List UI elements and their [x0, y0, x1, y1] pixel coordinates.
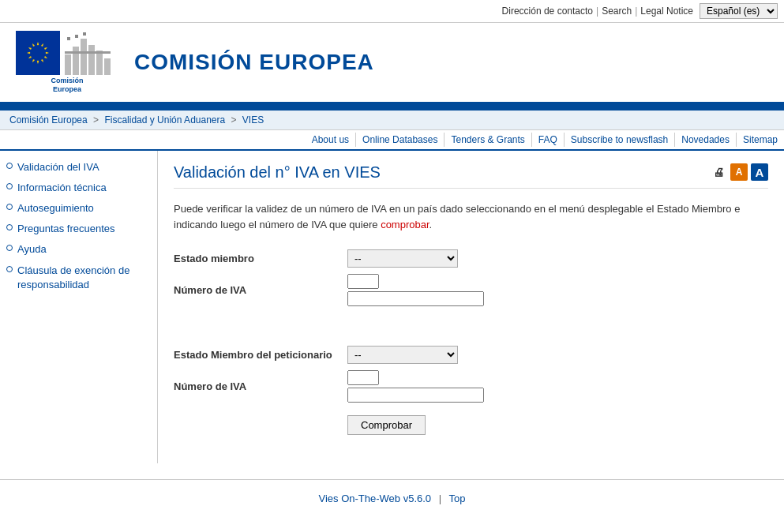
sidebar-item-clausula[interactable]: Cláusula de exención de responsabilidad [6, 264, 151, 292]
svg-marker-9 [28, 56, 32, 59]
sidebar-link-informacion[interactable]: Información técnica [17, 181, 107, 195]
sidebar-link-validacion[interactable]: Validación del IVA [17, 160, 99, 174]
form-section-2: Estado Miembro del peticionario -- Númer… [174, 346, 768, 435]
commission-label: Comisión Europea [51, 77, 83, 94]
bullet-icon [6, 163, 13, 169]
estado-miembro-controls: -- [347, 249, 458, 268]
numero-iva-peticionario-row: Número de IVA [174, 370, 768, 403]
contact-link[interactable]: Dirección de contacto [502, 6, 593, 17]
svg-marker-8 [32, 59, 35, 63]
form-section-1: Estado miembro -- Número de IVA [174, 249, 768, 306]
nav-faq[interactable]: FAQ [531, 133, 564, 147]
logo-area: Comisión Europea [16, 31, 118, 94]
commission-logo: Comisión Europea [16, 31, 118, 94]
font-size-small-icon[interactable]: A [730, 163, 748, 181]
nav-novedades[interactable]: Novedades [674, 133, 736, 147]
svg-marker-4 [46, 52, 49, 54]
svg-marker-11 [28, 47, 32, 50]
nav-about-us[interactable]: About us [306, 133, 355, 147]
title-icons: 🖨 A A [710, 163, 768, 181]
numero-iva-input[interactable] [347, 291, 484, 306]
bullet-icon [6, 266, 13, 272]
footer-sep: | [439, 493, 441, 504]
nav-sitemap[interactable]: Sitemap [736, 133, 784, 147]
pillar-graphic [63, 31, 118, 75]
svg-rect-22 [83, 32, 86, 36]
second-nav: About us Online Databases Tenders & Gran… [0, 130, 784, 151]
estado-miembro-row: Estado miembro -- [174, 249, 768, 268]
blue-nav-bar [0, 104, 784, 111]
sidebar-item-preguntas[interactable]: Preguntas frecuentes [6, 222, 151, 236]
numero-iva-peticionario-prefix-input[interactable] [347, 370, 379, 385]
content-area: Validación del n° IVA en VIES 🖨 A A Pued… [158, 151, 784, 464]
bullet-icon [6, 245, 13, 251]
sidebar-item-ayuda[interactable]: Ayuda [6, 242, 151, 257]
bullet-icon [6, 204, 13, 210]
nav-tenders-grants[interactable]: Tenders & Grants [444, 133, 531, 147]
bullet-icon [6, 183, 13, 189]
bullet-icon [6, 224, 13, 230]
sidebar-link-autoseguimiento[interactable]: Autoseguimiento [17, 201, 94, 215]
language-select[interactable]: Español (es) English (en) Français (fr) … [700, 3, 778, 19]
svg-marker-1 [37, 42, 39, 45]
sidebar-link-preguntas[interactable]: Preguntas frecuentes [17, 222, 115, 236]
nav-subscribe-newsflash[interactable]: Subscribe to newsflash [564, 133, 674, 147]
svg-marker-6 [41, 59, 44, 63]
print-icon[interactable]: 🖨 [710, 163, 727, 181]
numero-iva-peticionario-input[interactable] [347, 388, 484, 403]
highlight-word: comprobar [381, 219, 429, 230]
svg-rect-15 [81, 39, 87, 75]
sidebar-item-validacion[interactable]: Validación del IVA [6, 160, 151, 174]
svg-rect-17 [96, 51, 103, 75]
svg-marker-2 [41, 43, 44, 47]
bc-sep2: > [231, 114, 239, 126]
footer: Vies On-The-Web v5.6.0 | Top [0, 479, 784, 517]
svg-rect-16 [88, 45, 95, 75]
estado-peticionario-select[interactable]: -- [347, 346, 458, 364]
legal-link[interactable]: Legal Notice [640, 6, 693, 17]
description: Puede verificar la validez de un número … [174, 201, 768, 234]
svg-rect-20 [67, 37, 70, 40]
svg-marker-12 [32, 43, 35, 47]
numero-iva-prefix-input[interactable] [347, 274, 379, 289]
svg-rect-18 [104, 58, 111, 75]
numero-iva-inputs [347, 274, 484, 306]
site-title: COMISIÓN EUROPEA [134, 50, 374, 75]
eu-flag [16, 31, 60, 75]
breadcrumb-link-1[interactable]: Comisión Europea [9, 114, 88, 126]
numero-iva-peticionario-inputs [347, 370, 484, 403]
sidebar: Validación del IVA Información técnica A… [0, 151, 158, 464]
svg-marker-10 [27, 52, 30, 54]
svg-rect-14 [73, 47, 79, 75]
estado-peticionario-label: Estado Miembro del peticionario [174, 349, 347, 361]
numero-iva-peticionario-label: Número de IVA [174, 380, 347, 392]
breadcrumb-current: VIES [242, 114, 264, 126]
numero-iva-label: Número de IVA [174, 284, 347, 296]
breadcrumb: Comisión Europea > Fiscalidad y Unión Ad… [0, 111, 784, 130]
main-content: Validación del IVA Información técnica A… [0, 151, 784, 464]
estado-peticionario-row: Estado Miembro del peticionario -- [174, 346, 768, 364]
estado-miembro-label: Estado miembro [174, 253, 347, 264]
font-size-large-icon[interactable]: A [751, 163, 768, 181]
svg-marker-7 [37, 61, 39, 64]
sidebar-item-autoseguimiento[interactable]: Autoseguimiento [6, 201, 151, 215]
nav-online-databases[interactable]: Online Databases [355, 133, 444, 147]
version-link[interactable]: Vies On-The-Web v5.6.0 [319, 493, 432, 504]
svg-rect-19 [65, 51, 111, 54]
sidebar-link-ayuda[interactable]: Ayuda [17, 242, 47, 257]
sidebar-link-clausula[interactable]: Cláusula de exención de responsabilidad [17, 264, 151, 292]
svg-marker-3 [44, 47, 48, 50]
breadcrumb-link-2[interactable]: Fiscalidad y Unión Aduanera [104, 114, 225, 126]
svg-rect-13 [65, 54, 71, 75]
bc-sep1: > [93, 114, 101, 126]
comprobar-row: Comprobar [174, 409, 768, 435]
comprobar-button[interactable]: Comprobar [347, 415, 426, 435]
search-link[interactable]: Search [602, 6, 632, 17]
top-link[interactable]: Top [449, 493, 466, 504]
svg-marker-5 [44, 56, 48, 59]
page-title-bar: Validación del n° IVA en VIES 🖨 A A [174, 163, 768, 189]
top-bar: Dirección de contacto | Search | Legal N… [0, 0, 784, 23]
estado-miembro-select[interactable]: -- [347, 249, 458, 268]
sep2: | [635, 6, 637, 17]
sidebar-item-informacion[interactable]: Información técnica [6, 181, 151, 195]
